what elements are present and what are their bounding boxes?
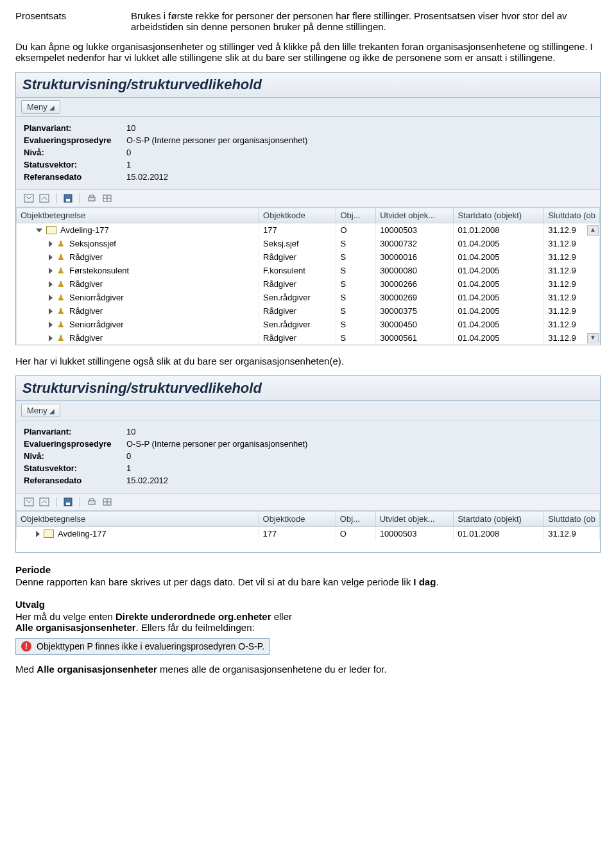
definition-body: Brukes i første rekke for personer der p… bbox=[131, 10, 601, 32]
expand-icon[interactable] bbox=[38, 193, 51, 204]
row-label: Seksjonssjef bbox=[69, 239, 116, 248]
col-header[interactable]: Objektbetegnelse bbox=[17, 208, 259, 223]
col-header[interactable]: Objektkode bbox=[259, 208, 336, 223]
cell: Rådgiver bbox=[259, 331, 336, 345]
info-value: 0 bbox=[126, 450, 131, 462]
svg-rect-9 bbox=[24, 498, 33, 506]
col-header[interactable]: Objektbetegnelse bbox=[17, 512, 259, 527]
text: . Ellers får du feilmeldingen: bbox=[136, 622, 255, 633]
person-icon: ♟ bbox=[56, 320, 65, 329]
svg-rect-4 bbox=[89, 197, 95, 201]
info-label: Referansedato bbox=[24, 474, 126, 487]
col-header[interactable]: Utvidet objek... bbox=[376, 208, 454, 223]
col-header[interactable]: Obj... bbox=[336, 512, 375, 527]
expander-icon[interactable] bbox=[49, 335, 53, 341]
cell: 01.01.2008 bbox=[454, 223, 544, 237]
col-header[interactable]: Sluttdato (ob bbox=[544, 512, 600, 527]
table-row[interactable]: ♟RådgiverRådgiverS3000001601.04.200531.1… bbox=[17, 250, 600, 264]
print-icon[interactable] bbox=[85, 496, 98, 508]
person-icon: ♟ bbox=[56, 293, 65, 302]
expander-icon[interactable] bbox=[36, 531, 40, 537]
utvalg-body: Her må du velge enten Direkte underordne… bbox=[15, 611, 601, 633]
row-label: Seniorrådgiver bbox=[69, 320, 124, 329]
periode-body: Denne rapporten kan bare skrives ut per … bbox=[15, 576, 601, 587]
cell: S bbox=[336, 318, 376, 331]
col-header[interactable]: Sluttdato (ob bbox=[544, 208, 600, 223]
layout-icon[interactable] bbox=[101, 496, 114, 508]
cell: 31.12.9 bbox=[544, 304, 600, 318]
cell: 31.12.9 bbox=[544, 264, 600, 277]
expander-icon[interactable] bbox=[49, 295, 53, 301]
expander-icon[interactable] bbox=[49, 281, 53, 288]
sap-grid: Objektbetegnelse Objektkode Obj... Utvid… bbox=[16, 511, 600, 552]
layout-icon[interactable] bbox=[101, 193, 114, 204]
col-header[interactable]: Objektkode bbox=[259, 512, 336, 527]
text: Med bbox=[15, 664, 37, 675]
info-label: Planvariant: bbox=[24, 122, 126, 134]
expander-icon[interactable] bbox=[49, 254, 53, 261]
expander-icon[interactable] bbox=[36, 228, 42, 232]
info-label: Statusvektor: bbox=[24, 462, 126, 474]
svg-rect-0 bbox=[24, 194, 33, 202]
menu-button[interactable]: Meny bbox=[21, 100, 60, 114]
cell: 01.04.2005 bbox=[454, 331, 544, 345]
table-row[interactable]: Avdeling-177177O1000050301.01.200831.12.… bbox=[17, 223, 600, 237]
row-label: Rådgiver bbox=[69, 306, 103, 316]
table-row[interactable]: ♟SeksjonssjefSeksj.sjefS3000073201.04.20… bbox=[17, 237, 600, 250]
folder-icon bbox=[46, 226, 56, 234]
sap-menu-bar: Meny bbox=[16, 98, 600, 117]
table-row[interactable]: ♟SeniorrådgiverSen.rådgiverS3000045001.0… bbox=[17, 318, 600, 331]
cell: 01.04.2005 bbox=[454, 264, 544, 277]
cell: 31.12.9 bbox=[544, 250, 600, 264]
print-icon[interactable] bbox=[85, 193, 98, 204]
svg-rect-10 bbox=[40, 498, 49, 506]
table-row[interactable]: ♟RådgiverRådgiverS3000026601.04.200531.1… bbox=[17, 277, 600, 291]
cell: S bbox=[336, 291, 376, 304]
expander-icon[interactable] bbox=[49, 268, 53, 274]
text: Denne rapporten kan bare skrives ut per … bbox=[15, 576, 413, 587]
paragraph-2: Her har vi lukket stillingene også slik … bbox=[15, 356, 601, 366]
collapse-icon[interactable] bbox=[22, 193, 35, 204]
row-label: Seniorrådgiver bbox=[69, 293, 124, 302]
cell: F.konsulent bbox=[259, 264, 336, 277]
table-row[interactable]: ♟RådgiverRådgiverS3000056101.04.200531.1… bbox=[17, 331, 600, 345]
expander-icon[interactable] bbox=[49, 322, 53, 328]
table-row[interactable]: Avdeling-177177O1000050301.01.200831.12.… bbox=[17, 527, 600, 541]
cell: S bbox=[336, 331, 376, 345]
cell: 31.12.9 bbox=[544, 237, 600, 250]
expand-icon[interactable] bbox=[38, 496, 51, 508]
col-header[interactable]: Startdato (objekt) bbox=[454, 208, 544, 223]
text-bold: Direkte underordnede org.enheter bbox=[116, 611, 271, 622]
definition-row: Prosentsats Brukes i første rekke for pe… bbox=[15, 10, 601, 32]
person-icon: ♟ bbox=[56, 239, 65, 248]
svg-rect-3 bbox=[66, 199, 70, 202]
expander-icon[interactable] bbox=[49, 241, 53, 247]
scroll-down-icon[interactable]: ▼ bbox=[587, 333, 599, 343]
text: Her må du velge enten bbox=[15, 611, 116, 622]
info-value: O-S-P (Interne personer per organisasjon… bbox=[126, 134, 307, 146]
heading-periode: Periode bbox=[15, 564, 601, 575]
col-header[interactable]: Obj... bbox=[336, 208, 376, 223]
expander-icon[interactable] bbox=[49, 308, 53, 315]
cell: 31.12.9 bbox=[544, 527, 600, 541]
collapse-icon[interactable] bbox=[22, 496, 35, 508]
cell: 10000503 bbox=[375, 527, 454, 541]
save-icon[interactable] bbox=[62, 496, 74, 508]
scroll-up-icon[interactable]: ▲ bbox=[587, 225, 599, 236]
info-label: Nivå: bbox=[24, 146, 126, 159]
col-header[interactable]: Startdato (objekt) bbox=[454, 512, 544, 527]
cell: O bbox=[336, 527, 375, 541]
cell: S bbox=[336, 250, 376, 264]
info-value: 10 bbox=[126, 122, 135, 134]
sap-info-panel: Planvariant:10 EvalueringsprosedyreO-S-P… bbox=[16, 117, 600, 189]
definition-term: Prosentsats bbox=[15, 10, 131, 32]
table-row[interactable]: ♟FørstekonsulentF.konsulentS3000008001.0… bbox=[17, 264, 600, 277]
table-row[interactable]: ♟RådgiverRådgiverS3000037501.04.200531.1… bbox=[17, 304, 600, 318]
cell: S bbox=[336, 237, 376, 250]
save-icon[interactable] bbox=[62, 193, 74, 204]
menu-button[interactable]: Meny bbox=[21, 404, 60, 417]
info-label: Planvariant: bbox=[24, 426, 126, 438]
table-row[interactable]: ♟SeniorrådgiverSen.rådgiverS3000026901.0… bbox=[17, 291, 600, 304]
col-header[interactable]: Utvidet objek... bbox=[375, 512, 454, 527]
sap-title: Strukturvisning/strukturvedlikehold bbox=[16, 73, 600, 98]
